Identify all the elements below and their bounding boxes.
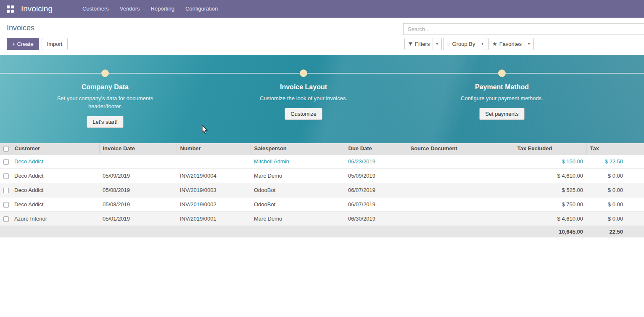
cell-salesperson: Mitchell Admin bbox=[251, 154, 345, 168]
cell-customer: Deco Addict bbox=[11, 154, 99, 168]
select-all-checkbox[interactable] bbox=[0, 143, 11, 154]
page-title: Invoices bbox=[7, 24, 34, 32]
create-button[interactable]: +Create bbox=[7, 38, 39, 50]
cell-number: INV/2019/0004 bbox=[177, 168, 251, 183]
cell-tax-excluded: $ 150.00 bbox=[514, 154, 586, 168]
cell-due-date: 06/23/2019 bbox=[345, 154, 407, 168]
cell-source-document bbox=[407, 154, 514, 168]
group-by-dropdown[interactable]: ≡ Group By ▾ bbox=[443, 38, 487, 50]
step-dot bbox=[498, 69, 506, 77]
cell-number: INV/2019/0003 bbox=[177, 183, 251, 197]
menu-item-vendors[interactable]: Vendors bbox=[114, 0, 145, 18]
apps-menu-button[interactable] bbox=[3, 2, 17, 16]
column-header-source-document[interactable]: Source Document bbox=[407, 143, 514, 154]
step-dot bbox=[101, 69, 109, 77]
cell-tax: $ 22.50 bbox=[586, 154, 644, 168]
step-title: Invoice Layout bbox=[280, 83, 327, 91]
plus-icon: + bbox=[12, 41, 16, 47]
chevron-down-icon: ▾ bbox=[478, 38, 483, 50]
onboarding-banner: Company Data Set your company's data for… bbox=[0, 55, 644, 143]
cell-salesperson: Marc Demo bbox=[251, 168, 345, 183]
cell-source-document bbox=[407, 197, 514, 211]
cell-tax-excluded: $ 4,610.00 bbox=[514, 168, 586, 183]
lets-start-button[interactable]: Let's start! bbox=[87, 116, 124, 128]
cell-source-document bbox=[407, 168, 514, 183]
cell-tax: $ 0.00 bbox=[586, 197, 644, 211]
cell-customer: Deco Addict bbox=[11, 197, 99, 211]
cell-tax-excluded: $ 750.00 bbox=[514, 197, 586, 211]
cell-due-date: 05/09/2019 bbox=[345, 168, 407, 183]
table-row[interactable]: Azure Interior 05/01/2019 INV/2019/0001 … bbox=[0, 211, 644, 226]
step-title: Company Data bbox=[82, 83, 129, 91]
menu-item-customers[interactable]: Customers bbox=[77, 0, 114, 18]
cell-due-date: 06/07/2019 bbox=[345, 183, 407, 197]
row-checkbox[interactable] bbox=[0, 211, 11, 226]
cell-salesperson: Marc Demo bbox=[251, 211, 345, 226]
cell-invoice-date: 05/01/2019 bbox=[99, 211, 177, 226]
import-button[interactable]: Import bbox=[42, 38, 68, 50]
cell-invoice-date: 05/09/2019 bbox=[99, 168, 177, 183]
invoice-list: Customer Invoice Date Number Salesperson… bbox=[0, 143, 644, 237]
step-dot bbox=[300, 69, 307, 77]
row-checkbox[interactable] bbox=[0, 154, 11, 168]
apps-grid-icon bbox=[7, 5, 14, 13]
favorites-dropdown[interactable]: ★ Favorites ▾ bbox=[488, 38, 534, 50]
total-tax-excluded: 10,645.00 bbox=[514, 226, 586, 237]
cell-salesperson: OdooBot bbox=[251, 183, 345, 197]
row-checkbox[interactable] bbox=[0, 168, 11, 183]
cell-invoice-date: 05/08/2019 bbox=[99, 183, 177, 197]
cell-source-document bbox=[407, 211, 514, 226]
row-checkbox[interactable] bbox=[0, 197, 11, 211]
step-description: Customize the look of your invoices. bbox=[255, 94, 352, 102]
chevron-down-icon: ▾ bbox=[433, 38, 438, 50]
table-row[interactable]: Deco Addict 05/09/2019 INV/2019/0004 Mar… bbox=[0, 168, 644, 183]
cell-tax-excluded: $ 4,610.00 bbox=[514, 211, 586, 226]
step-description: Configure your payment methods. bbox=[453, 94, 551, 102]
onboarding-step-invoice-layout: Invoice Layout Customize the look of you… bbox=[204, 55, 403, 128]
favorites-star-icon: ★ bbox=[492, 41, 497, 47]
table-row[interactable]: Deco Addict 05/08/2019 INV/2019/0002 Odo… bbox=[0, 197, 644, 211]
onboarding-step-payment-method: Payment Method Configure your payment me… bbox=[403, 55, 601, 128]
column-header-salesperson[interactable]: Salesperson bbox=[251, 143, 345, 154]
totals-row: 10,645.00 22.50 bbox=[0, 226, 644, 237]
column-header-due-date[interactable]: Due Date bbox=[345, 143, 407, 154]
top-navbar: Invoicing Customers Vendors Reporting Co… bbox=[0, 0, 644, 18]
step-title: Payment Method bbox=[475, 83, 529, 91]
menu-item-configuration[interactable]: Configuration bbox=[180, 0, 223, 18]
cell-due-date: 06/07/2019 bbox=[345, 197, 407, 211]
cell-customer: Deco Addict bbox=[11, 183, 99, 197]
cell-number: INV/2019/0002 bbox=[177, 197, 251, 211]
menu-item-reporting[interactable]: Reporting bbox=[145, 0, 180, 18]
column-header-tax[interactable]: Tax bbox=[586, 143, 644, 154]
customize-button[interactable]: Customize bbox=[285, 108, 322, 120]
cell-due-date: 06/30/2019 bbox=[345, 211, 407, 226]
cell-number bbox=[177, 154, 251, 168]
cell-customer: Azure Interior bbox=[11, 211, 99, 226]
cell-number: INV/2019/0001 bbox=[177, 211, 251, 226]
table-row[interactable]: Deco Addict Mitchell Admin 06/23/2019 $ … bbox=[0, 154, 644, 168]
cell-source-document bbox=[407, 183, 514, 197]
cell-tax: $ 0.00 bbox=[586, 183, 644, 197]
column-header-customer[interactable]: Customer bbox=[11, 143, 99, 154]
chevron-down-icon: ▾ bbox=[525, 38, 530, 50]
total-tax: 22.50 bbox=[586, 226, 644, 237]
cell-tax: $ 0.00 bbox=[586, 211, 644, 226]
column-header-tax-excluded[interactable]: Tax Excluded bbox=[514, 143, 586, 154]
cell-customer: Deco Addict bbox=[11, 168, 99, 183]
cell-tax-excluded: $ 525.00 bbox=[514, 183, 586, 197]
set-payments-button[interactable]: Set payments bbox=[479, 108, 525, 120]
cell-invoice-date bbox=[99, 154, 177, 168]
cell-invoice-date: 05/08/2019 bbox=[99, 197, 177, 211]
step-description: Set your company's data for documents he… bbox=[56, 94, 154, 110]
filters-dropdown[interactable]: Filters ▾ bbox=[404, 38, 442, 50]
column-header-number[interactable]: Number bbox=[177, 143, 251, 154]
table-row[interactable]: Deco Addict 05/08/2019 INV/2019/0003 Odo… bbox=[0, 183, 644, 197]
group-by-icon: ≡ bbox=[447, 41, 450, 47]
cell-salesperson: OdooBot bbox=[251, 197, 345, 211]
row-checkbox[interactable] bbox=[0, 183, 11, 197]
cell-tax: $ 0.00 bbox=[586, 168, 644, 183]
search-input[interactable] bbox=[403, 23, 644, 35]
onboarding-step-company-data: Company Data Set your company's data for… bbox=[6, 55, 204, 128]
app-title[interactable]: Invoicing bbox=[21, 4, 53, 13]
column-header-invoice-date[interactable]: Invoice Date bbox=[99, 143, 177, 154]
